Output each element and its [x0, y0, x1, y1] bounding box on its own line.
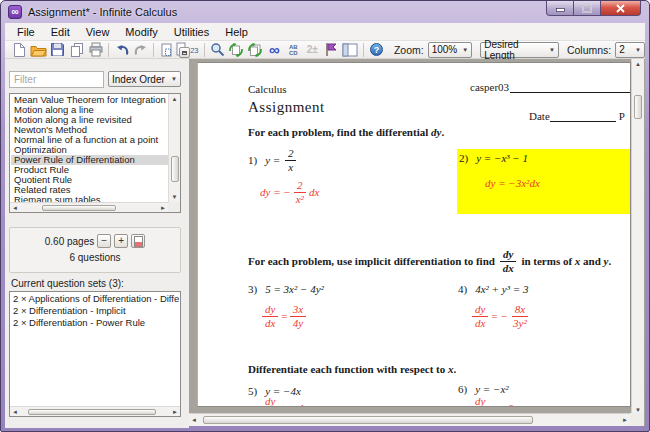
problem-5-answer: dydx= −4 — [260, 393, 304, 407]
collapse-icon — [182, 51, 187, 55]
scroll-right-icon[interactable]: ► — [170, 407, 180, 417]
page-setup-button[interactable] — [157, 41, 176, 59]
zoom-select[interactable]: 100% ▼ — [428, 42, 473, 58]
scroll-thumb[interactable] — [28, 409, 156, 415]
title-bar[interactable]: ∞ Assignment* - Infinite Calculus — [1, 1, 649, 23]
menu-view[interactable]: View — [78, 24, 118, 40]
open-button[interactable] — [29, 41, 48, 59]
scroll-down-icon[interactable]: ▼ — [170, 192, 180, 202]
print-button[interactable] — [86, 41, 105, 59]
scroll-thumb[interactable] — [203, 416, 533, 424]
question-sets-hscrollbar[interactable]: ◄ ► — [10, 406, 180, 416]
window-title: Assignment* - Infinite Calculus — [28, 6, 177, 18]
problem-1[interactable]: 1)y = 2x — [248, 145, 298, 175]
scroll-right-icon[interactable]: ► — [620, 415, 630, 425]
sort-order-select[interactable]: Index Order ▼ — [108, 71, 181, 87]
rescramble-button[interactable] — [227, 41, 246, 59]
toolbar-separator — [204, 43, 205, 57]
course-label: Calculus — [248, 83, 287, 95]
zoom-window-button[interactable] — [208, 41, 227, 59]
increase-pages-button[interactable]: + — [114, 234, 128, 248]
spacing-button-disabled: 2± — [303, 41, 322, 59]
save-button[interactable] — [48, 41, 67, 59]
answer-sheet-line2: CD — [289, 50, 298, 56]
answer-sheet-icon: AB CD — [289, 44, 298, 56]
save-as-button[interactable] — [67, 41, 86, 59]
problem-label: 2) — [459, 152, 468, 164]
scrollbar-corner — [168, 202, 180, 212]
student-name: casper03 — [470, 81, 509, 93]
menu-utilities[interactable]: Utilities — [166, 24, 217, 40]
infinite-questions-button[interactable]: ∞ — [265, 41, 284, 59]
questions-count: 6 questions — [10, 252, 180, 263]
rescramble-all-button[interactable] — [246, 41, 265, 59]
layout-panel-button[interactable] — [341, 41, 360, 59]
duplicate-pages-icon — [69, 42, 85, 58]
question-sets-list: 2 × Applications of Differentiation - Di… — [9, 291, 181, 417]
new-document-button[interactable] — [10, 41, 29, 59]
problem-1-answer: dy = −2x²dx — [260, 177, 319, 207]
help-glyph: ? — [374, 45, 380, 55]
open-folder-icon — [30, 43, 47, 57]
directions-button[interactable] — [322, 41, 341, 59]
question-set-item[interactable]: 2 × Differentiation - Power Rule — [11, 317, 179, 329]
redo-button[interactable] — [131, 41, 150, 59]
problem-label: 6) — [458, 383, 467, 395]
app-icon-glyph: ∞ — [11, 7, 18, 17]
scroll-right-icon[interactable]: ► — [158, 203, 168, 213]
question-set-item[interactable]: 2 × Differentiation - Implicit — [11, 305, 179, 317]
toolbar-separator — [153, 43, 154, 57]
scroll-left-icon[interactable]: ◄ — [10, 203, 20, 213]
undo-button[interactable] — [112, 41, 131, 59]
problem-3[interactable]: 3)5 = 3x² − 4y² — [248, 283, 324, 295]
scroll-thumb[interactable] — [171, 156, 179, 182]
topic-item[interactable]: Riemann sum tables — [11, 195, 168, 202]
decrease-pages-button[interactable]: − — [97, 234, 111, 248]
problem-label: 5) — [248, 385, 257, 397]
maximize-button[interactable] — [574, 1, 601, 16]
filter-input[interactable] — [9, 71, 104, 88]
new-document-icon — [12, 42, 27, 58]
spacing-icon: 2± — [307, 44, 318, 55]
minimize-button[interactable] — [546, 1, 574, 16]
problem-label: 3) — [248, 283, 257, 295]
question-set-item[interactable]: 2 × Applications of Differentiation - Di… — [11, 293, 179, 305]
chevron-down-icon: ▼ — [166, 76, 177, 82]
scroll-up-icon[interactable]: ▲ — [170, 94, 180, 104]
topic-list-vscrollbar[interactable]: ▲ ▼ — [168, 94, 180, 202]
help-button[interactable]: ? — [367, 41, 386, 59]
scroll-thumb[interactable] — [634, 95, 642, 119]
preview-hscrollbar[interactable]: ◄ ► — [189, 413, 630, 426]
chevron-down-icon: ▼ — [544, 47, 555, 53]
fill-page-icon — [134, 236, 143, 247]
menu-edit[interactable]: Edit — [43, 24, 78, 40]
menu-bar: File Edit View Modify Utilities Help — [5, 23, 645, 41]
answer-sheet-button[interactable]: AB CD — [284, 41, 303, 59]
scroll-left-icon[interactable]: ◄ — [10, 407, 20, 417]
topic-list-hscrollbar[interactable]: ◄ ► — [10, 202, 168, 212]
close-button[interactable] — [601, 1, 641, 16]
undo-icon — [114, 43, 130, 57]
fill-page-button[interactable] — [131, 234, 145, 248]
menu-help[interactable]: Help — [217, 24, 256, 40]
scroll-left-icon[interactable]: ◄ — [189, 415, 199, 425]
scroll-thumb[interactable] — [42, 205, 116, 211]
preview-vscrollbar[interactable]: ▲ ▼ — [631, 59, 644, 415]
collapse-sidebar-button[interactable] — [179, 47, 190, 58]
date-blank-line — [550, 110, 616, 122]
problem-2-highlighted[interactable]: 2)y = −x³ − 1 dy = −3x²dx — [457, 149, 631, 214]
question-sets-label: Current question sets (3): — [11, 278, 124, 289]
date-label: Date — [529, 110, 550, 122]
problem-4[interactable]: 4)4x² + y³ = 3 — [458, 283, 528, 295]
columns-select[interactable]: 2 ▼ — [615, 42, 645, 58]
menu-file[interactable]: File — [9, 24, 43, 40]
scroll-up-icon[interactable]: ▲ — [633, 59, 643, 69]
save-icon — [50, 42, 65, 57]
menu-modify[interactable]: Modify — [117, 24, 165, 40]
length-select[interactable]: Desired Length ▼ — [480, 42, 559, 58]
scrollbar-corner — [630, 413, 644, 426]
worksheet-title: Assignment — [248, 99, 325, 116]
columns-value: 2 — [619, 44, 625, 55]
layout-panel-icon — [342, 43, 358, 57]
length-value: Desired Length — [484, 39, 544, 61]
